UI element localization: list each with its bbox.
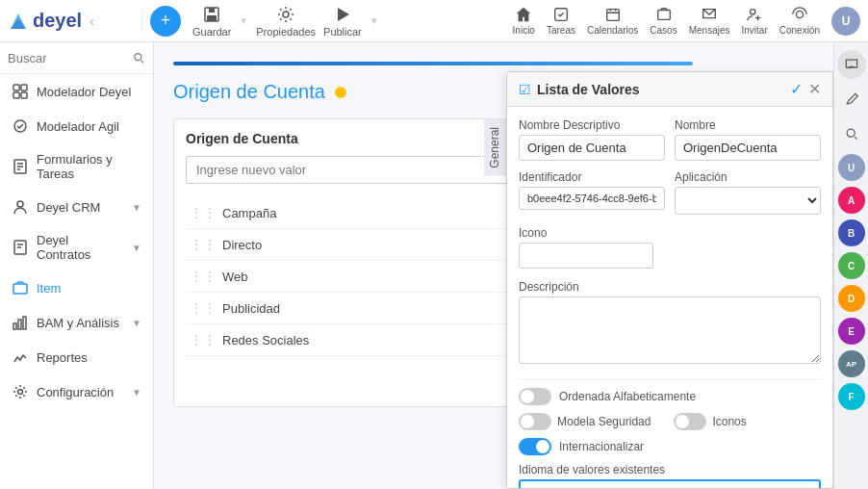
toggle-ordenada[interactable] (519, 388, 551, 405)
save-button[interactable]: Guardar (192, 5, 231, 38)
sidebar: Modelador Deyel Modelador Agil Formulari… (0, 42, 154, 489)
nombre-descriptivo-input[interactable] (519, 135, 665, 161)
svg-rect-15 (13, 92, 19, 98)
contratos-icon (12, 239, 29, 256)
sidebar-item-formularios[interactable]: Formularios y Tareas (0, 143, 153, 190)
publish-icon (333, 5, 352, 24)
logo-text: deyel (33, 10, 82, 32)
nav-right: Inicio Tareas Calendarios Casos Mensajes… (513, 6, 860, 36)
sidebar-item-bam[interactable]: BAM y Análisis ▼ (0, 305, 153, 340)
right-icon-bar: U A B C D E AP F (833, 42, 868, 489)
nav-tareas[interactable]: Tareas (547, 6, 575, 36)
svg-rect-3 (209, 8, 215, 13)
nav-conexion[interactable]: Conexión (779, 6, 820, 36)
content-area: Origen de Cuenta Origen de Cuenta ⋮⋮ Cam… (154, 42, 833, 489)
sidebar-item-configuracion[interactable]: Configuración ▼ (0, 374, 153, 409)
form-row-icono: Icono (519, 226, 821, 269)
sidebar-item-modelador-deyel[interactable]: Modelador Deyel (0, 74, 153, 109)
main-layout: Modelador Deyel Modelador Agil Formulari… (0, 42, 868, 489)
tareas-icon (552, 6, 570, 23)
descripcion-textarea[interactable] (519, 296, 821, 364)
svg-rect-8 (606, 10, 619, 21)
save-icon (202, 5, 221, 24)
svg-point-5 (283, 12, 289, 17)
sidebar-item-item[interactable]: Item (0, 270, 153, 305)
modal-list-icon: ☑ (519, 82, 531, 97)
save-dropdown-icon[interactable]: ▼ (239, 15, 248, 26)
search-bar (0, 42, 153, 74)
svg-point-25 (18, 390, 23, 395)
config-chevron: ▼ (132, 387, 141, 398)
sidebar-item-reportes[interactable]: Reportes (0, 340, 153, 374)
avatar-5[interactable]: D (838, 285, 865, 312)
svg-marker-1 (11, 18, 26, 29)
contratos-chevron: ▼ (132, 243, 141, 253)
publish-button[interactable]: Publicar (323, 5, 362, 38)
modal-panel: ☑ Lista de Valores ✓ ✕ Nombre Descriptiv… (506, 71, 833, 489)
avatar-3[interactable]: B (838, 219, 865, 246)
avatar-7[interactable]: F (838, 383, 865, 410)
avatar-6[interactable]: E (838, 318, 865, 345)
add-button[interactable]: + (150, 6, 181, 37)
form-row-identificador: Identificador Aplicación (519, 170, 821, 215)
general-tab[interactable]: General (484, 119, 506, 176)
reportes-icon (12, 348, 29, 366)
svg-rect-16 (21, 92, 27, 98)
status-dot (335, 87, 346, 98)
form-row-idioma: Idioma de valores existentes Español Eng… (519, 463, 821, 489)
sidebar-item-deyel-crm[interactable]: Deyel CRM ▼ (0, 190, 153, 224)
toggle-modela-seguridad[interactable] (519, 413, 551, 430)
divider-1 (519, 379, 821, 380)
sidebar-item-deyel-contratos[interactable]: Deyel Contratos ▼ (0, 224, 153, 270)
nav-inicio[interactable]: Inicio (513, 6, 535, 36)
top-navbar: deyel ‹ + Guardar ▼ Propiedades Publicar… (0, 0, 868, 42)
drag-handle-campana: ⋮⋮ (190, 205, 217, 220)
home-icon (515, 6, 532, 23)
idioma-select[interactable]: Español English Português (519, 479, 821, 489)
avatar-2[interactable]: A (838, 187, 865, 214)
nombre-input[interactable] (675, 135, 821, 161)
properties-icon (276, 5, 295, 24)
nav-calendarios[interactable]: Calendarios (587, 6, 638, 36)
mensajes-icon (701, 6, 718, 23)
modal-confirm-button[interactable]: ✓ (790, 80, 803, 98)
form-row-names: Nombre Descriptivo Nombre (519, 118, 821, 161)
modal-body: Nombre Descriptivo Nombre Identificador (507, 107, 832, 489)
drag-handle-web: ⋮⋮ (190, 269, 217, 284)
toggle-iconos[interactable] (674, 413, 706, 430)
modal-close-button[interactable]: ✕ (808, 80, 821, 98)
logo-area: deyel ‹ (8, 10, 142, 32)
svg-marker-6 (338, 8, 349, 21)
svg-rect-9 (657, 11, 670, 20)
collapse-icon[interactable]: ‹ (89, 13, 94, 29)
user-avatar[interactable]: U (831, 7, 860, 36)
avatar-4[interactable]: C (838, 252, 865, 279)
right-icon-search[interactable] (837, 119, 866, 148)
right-icon-chat[interactable] (837, 50, 866, 79)
drag-handle-directo: ⋮⋮ (190, 237, 217, 252)
avatar-ap[interactable]: AP (838, 350, 865, 377)
search-input[interactable] (8, 51, 128, 65)
form-col-nombre: Nombre (675, 118, 821, 161)
publish-dropdown-icon[interactable]: ▼ (370, 15, 379, 26)
sidebar-item-modelador-agil[interactable]: Modelador Agil (0, 109, 153, 143)
formularios-icon (12, 158, 29, 175)
right-icon-edit[interactable] (837, 85, 866, 114)
properties-button[interactable]: Propiedades (256, 5, 316, 38)
avatar-1[interactable]: U (838, 154, 865, 181)
form-col-nombre-descriptivo: Nombre Descriptivo (519, 118, 665, 161)
nav-mensajes[interactable]: Mensajes (689, 6, 730, 36)
chat-icon (844, 57, 859, 72)
crm-icon (12, 198, 29, 216)
identificador-input[interactable] (519, 187, 665, 210)
icono-input[interactable] (519, 243, 653, 269)
drag-handle-redes: ⋮⋮ (190, 332, 217, 347)
svg-point-26 (847, 129, 855, 137)
nav-casos[interactable]: Casos (650, 6, 677, 36)
top-accent-bar (173, 62, 693, 65)
toggle-internacionalizar[interactable] (519, 438, 551, 455)
aplicacion-select[interactable] (675, 187, 821, 215)
invitar-icon (746, 6, 763, 23)
svg-rect-14 (21, 85, 27, 90)
nav-invitar[interactable]: Invitar (742, 6, 768, 36)
